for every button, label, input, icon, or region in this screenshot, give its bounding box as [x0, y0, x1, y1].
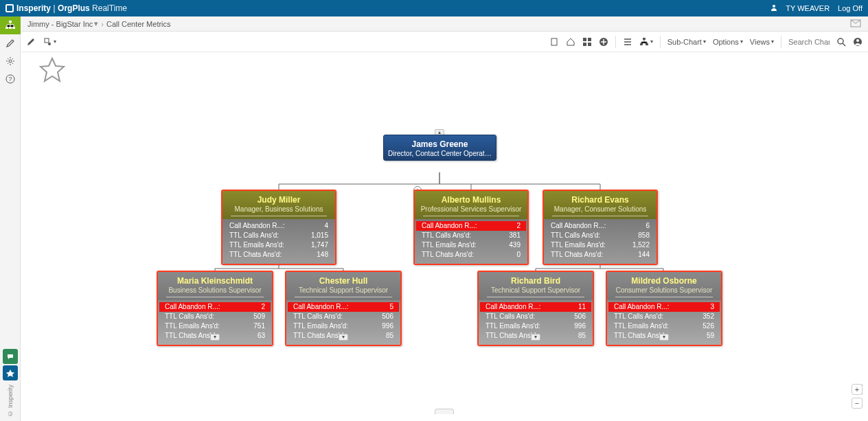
node-title: Director, Contact Center Operations	[388, 150, 492, 157]
zoom-out-button[interactable]: −	[852, 398, 863, 409]
mail-icon[interactable]	[850, 19, 861, 29]
svg-rect-9	[45, 38, 49, 43]
metric-label: TTL Emails Ans'd:	[422, 240, 477, 250]
current-user[interactable]: TY WEAVER	[786, 4, 830, 12]
node-name: Richard Evans	[548, 195, 652, 205]
svg-point-10	[48, 43, 51, 45]
metric-value: 506	[382, 312, 393, 321]
svg-rect-11	[551, 38, 557, 45]
metric-label: TTL Chats Ans'd:	[422, 250, 474, 260]
copyright-text: © Insperity	[7, 385, 14, 417]
node-james-greene[interactable]: James Greene Director, Contact Center Op…	[383, 135, 496, 161]
node-title: Professional Services Supervisor	[419, 205, 523, 213]
metric-label: TTL Chats Ans'd:	[165, 331, 217, 341]
svg-point-20	[838, 38, 843, 44]
panel-drag-handle[interactable]	[435, 409, 454, 414]
expand-down-icon[interactable]: ▾	[210, 334, 220, 341]
metric-label: Call Abandon R...:	[229, 221, 285, 231]
expand-down-icon[interactable]: ▾	[339, 334, 348, 341]
svg-rect-14	[583, 43, 586, 46]
options-dropdown[interactable]: Options▾	[713, 38, 743, 46]
zoom-in-button[interactable]: +	[852, 384, 863, 395]
search-input[interactable]	[788, 38, 830, 46]
brand-name-1: Insperity	[16, 3, 51, 13]
style-icon[interactable]: ▾	[43, 37, 56, 47]
profile-icon[interactable]	[853, 37, 863, 47]
logoff-link[interactable]: Log Off	[838, 4, 863, 12]
metric-label: Call Abandon R...:	[614, 302, 670, 312]
node-richard-evans[interactable]: Richard EvansManager, Consumer Solutions…	[542, 190, 658, 265]
breadcrumb-org[interactable]: Jimmy - BigStar Inc	[27, 20, 93, 28]
metric-label: TTL Chats Ans'd:	[293, 331, 345, 341]
expand-down-icon[interactable]: ▾	[531, 334, 540, 341]
node-title: Business Solutions Supervisor	[162, 286, 268, 294]
metric-label: TTL Calls Ans'd:	[422, 231, 471, 240]
breadcrumb-dropdown-icon[interactable]: ▾	[94, 19, 98, 28]
fit-icon[interactable]	[582, 37, 592, 47]
breadcrumb-chart[interactable]: Call Center Metrics	[106, 20, 171, 28]
metric-label: TTL Emails Ans'd:	[165, 321, 220, 331]
metric-label: TTL Calls Ans'd:	[486, 312, 535, 321]
nav-settings-icon[interactable]	[0, 52, 21, 70]
metric-value: 509	[253, 312, 265, 321]
metric-value: 996	[382, 321, 393, 331]
list-icon[interactable]	[623, 37, 632, 47]
metric-value: 0	[516, 250, 521, 260]
insperity-logo-icon	[5, 4, 14, 12]
explore-button[interactable]	[3, 365, 18, 380]
metric-value: 85	[578, 331, 586, 341]
search-icon[interactable]	[836, 37, 846, 47]
svg-rect-2	[5, 27, 8, 29]
node-title: Manager, Business Solutions	[227, 205, 331, 213]
node-alberto-mullins[interactable]: Alberto MullinsProfessional Services Sup…	[413, 190, 529, 265]
svg-rect-12	[583, 38, 586, 41]
nav-edit-icon[interactable]	[0, 34, 21, 52]
node-title: Consumer Solutions Supervisor	[611, 286, 717, 294]
metric-value: 2	[261, 302, 265, 312]
nav-orgchart-icon[interactable]	[0, 16, 21, 34]
metric-value: 148	[317, 250, 328, 260]
node-title: Technical Support Supervisor	[483, 286, 589, 294]
node-name: Maria Kleinschmidt	[162, 276, 268, 286]
node-title: Manager, Consumer Solutions	[548, 205, 652, 213]
metric-value: 144	[638, 250, 650, 260]
metric-value: 526	[703, 321, 714, 331]
nav-help-icon[interactable]: ?	[0, 70, 21, 88]
feedback-button[interactable]	[3, 349, 18, 364]
node-judy-miller[interactable]: Judy MillerManager, Business Solutions C…	[221, 190, 336, 265]
metric-value: 5	[389, 302, 393, 312]
svg-point-22	[856, 39, 859, 42]
metric-value: 59	[707, 331, 714, 341]
home-icon[interactable]	[566, 37, 575, 47]
metric-label: Call Abandon R...:	[293, 302, 349, 312]
svg-rect-15	[588, 43, 591, 46]
views-dropdown[interactable]: Views▾	[750, 38, 774, 46]
svg-rect-1	[9, 21, 12, 23]
svg-rect-19	[646, 43, 648, 45]
metric-value: 85	[386, 331, 393, 341]
metric-value: 352	[703, 312, 714, 321]
add-icon[interactable]	[599, 37, 608, 47]
metric-label: Call Abandon R...:	[486, 302, 541, 312]
svg-point-5	[9, 60, 12, 62]
metric-value: 2	[516, 221, 521, 231]
node-title: Technical Support Supervisor	[290, 286, 396, 294]
chart-canvas[interactable]: ▴ + James Greene Director, Contact Cente…	[21, 52, 868, 414]
metric-value: 4	[324, 221, 328, 231]
favorite-star-icon[interactable]	[38, 56, 66, 85]
page-icon[interactable]	[549, 37, 559, 47]
expand-down-icon[interactable]: ▾	[659, 334, 669, 341]
breadcrumb-separator: ›	[101, 20, 104, 28]
metric-label: TTL Calls Ans'd:	[165, 312, 214, 321]
subchart-dropdown[interactable]: Sub-Chart▾	[667, 38, 706, 46]
metric-value: 6	[646, 221, 650, 231]
svg-rect-13	[588, 38, 591, 41]
node-name: Alberto Mullins	[419, 195, 523, 205]
metric-value: 11	[578, 302, 586, 312]
metric-label: Call Abandon R...:	[551, 221, 606, 231]
edit-pen-icon[interactable]	[26, 37, 36, 47]
node-name: Richard Bird	[483, 276, 589, 286]
app-header: Insperity | OrgPlus RealTime TY WEAVER L…	[0, 0, 868, 16]
node-name: James Greene	[388, 139, 492, 149]
hierarchy-icon[interactable]: ▾	[639, 37, 653, 47]
